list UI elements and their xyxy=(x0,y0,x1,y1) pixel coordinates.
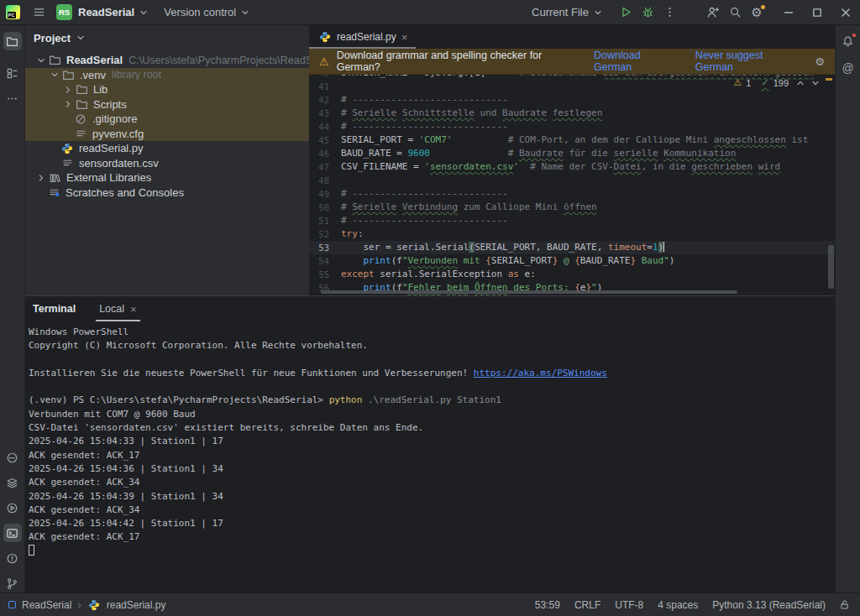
prev-problem-icon[interactable] xyxy=(796,79,805,87)
line-number: 49 xyxy=(309,187,341,201)
tree-item-external-libraries[interactable]: External Libraries xyxy=(25,170,309,185)
vcs-selector[interactable]: Version control xyxy=(164,6,252,18)
notifications-bell-icon[interactable] xyxy=(839,32,857,50)
terminal-line: Verbunden mit COM7 @ 9600 Baud xyxy=(29,408,835,421)
code-line-55[interactable]: 55except serial.SerialException as e: xyxy=(309,268,835,281)
tree-item-gitignore[interactable]: .gitignore xyxy=(25,112,309,127)
breadcrumb-project[interactable]: ReadSerial xyxy=(22,599,71,611)
more-tool-windows-icon[interactable] xyxy=(3,89,22,107)
settings-gear-icon[interactable]: ⚙ xyxy=(746,3,768,23)
code-viewport[interactable]: 40STATION_NAME = sys.argv[1] # Stationsn… xyxy=(309,75,835,295)
code-line-49[interactable]: 49# ---------------------------- xyxy=(309,187,835,201)
chevron-down-icon[interactable] xyxy=(49,69,60,81)
tab-close-icon[interactable]: × xyxy=(130,304,137,315)
tree-item-venv[interactable]: .venvlibrary root xyxy=(25,68,309,83)
project-panel-header[interactable]: Project xyxy=(25,25,309,50)
code-line-51[interactable]: 51# ---------------------------- xyxy=(309,214,835,227)
run-configuration-selector[interactable]: Current File xyxy=(532,6,605,18)
tab-readserial-py[interactable]: readSerial.py × xyxy=(309,25,416,49)
tree-item-label: sensordaten.csv xyxy=(79,157,159,170)
maximize-button[interactable] xyxy=(803,0,831,24)
code-line-52[interactable]: 52try: xyxy=(309,227,835,241)
terminal-output[interactable]: Windows PowerShellCopyright (C) Microsof… xyxy=(25,321,835,558)
code-line-50[interactable]: 50# Serielle Verbindung zum Calliope Min… xyxy=(309,201,835,214)
terminal-line: ACK gesendet: ACK_17 xyxy=(29,449,835,462)
ai-assistant-icon[interactable]: @ xyxy=(839,59,857,77)
terminal-line: ACK gesendet: ACK_34 xyxy=(29,504,835,517)
chevron-right-icon[interactable] xyxy=(62,84,73,96)
vertical-scrollbar[interactable] xyxy=(828,245,834,289)
terminal-line xyxy=(29,380,835,394)
typos-check-icon: ✓ xyxy=(761,77,768,88)
terminal-line: CSV-Datei 'sensordaten.csv' existiert be… xyxy=(29,421,835,435)
breadcrumb: ReadSerial › readSerial.py xyxy=(8,598,165,612)
status-item-3[interactable]: 4 spaces xyxy=(658,599,698,611)
chevron-right-icon[interactable] xyxy=(35,172,46,184)
more-actions-icon[interactable] xyxy=(658,3,680,23)
run-tool-icon[interactable] xyxy=(3,499,22,517)
code-line-43[interactable]: 43# Serielle Schnittstelle und Baudrate … xyxy=(309,107,835,120)
tree-item-readserial-py[interactable]: readSerial.py xyxy=(25,141,309,156)
inspections-widget[interactable]: ⚠ 1 ✓ 199 xyxy=(733,77,820,88)
code-line-46[interactable]: 46BAUD_RATE = 9600 # Baudrate für die se… xyxy=(309,147,835,160)
problems-icon[interactable] xyxy=(3,549,22,567)
line-number: 41 xyxy=(309,80,341,93)
terminal-tab-local[interactable]: Local × xyxy=(96,296,139,321)
main-menu-icon[interactable] xyxy=(28,3,50,23)
code-line-48[interactable]: 48 xyxy=(309,174,835,187)
tree-item-label: Scratches and Consoles xyxy=(66,186,184,199)
never-suggest-german-link[interactable]: Never suggest German xyxy=(695,50,798,73)
project-badge[interactable]: RS xyxy=(56,4,72,20)
status-item-0[interactable]: 53:59 xyxy=(535,599,560,611)
terminal-line: 2025-04-26 15:04:33 | Station1 | 17 xyxy=(29,435,835,448)
run-button[interactable] xyxy=(615,3,637,23)
next-problem-icon[interactable] xyxy=(811,79,820,87)
breadcrumb-file[interactable]: readSerial.py xyxy=(107,599,166,611)
debug-button[interactable] xyxy=(637,3,658,23)
project-selector[interactable]: ReadSerial xyxy=(78,6,150,18)
text-file-icon xyxy=(74,127,87,140)
search-everywhere-icon[interactable] xyxy=(724,3,746,23)
chevron-down-icon[interactable] xyxy=(35,55,46,66)
horizontal-scrollbar[interactable] xyxy=(321,290,737,294)
banner-settings-icon[interactable]: ⚙ xyxy=(815,55,825,68)
text-file-icon xyxy=(60,156,74,170)
version-control-icon[interactable] xyxy=(3,574,22,593)
tree-item-lib[interactable]: Lib xyxy=(25,82,309,97)
close-button[interactable] xyxy=(831,0,860,24)
project-tool-button[interactable] xyxy=(3,32,22,50)
status-item-4[interactable]: Python 3.13 (ReadSerial) xyxy=(712,599,826,611)
tree-item-sensordaten-csv[interactable]: sensordaten.csv xyxy=(25,156,309,171)
code-line-47[interactable]: 47CSV_FILENAME = 'sensordaten.csv' # Nam… xyxy=(309,160,835,174)
tree-item-pyvenv-cfg[interactable]: pyvenv.cfg xyxy=(25,127,309,142)
terminal-tool-button[interactable] xyxy=(3,524,22,542)
code-line-42[interactable]: 42# ---------------------------- xyxy=(309,93,835,107)
tree-item-scripts[interactable]: Scripts xyxy=(25,97,309,112)
spellcheck-banner: ⚠ Download grammar and spelling checker … xyxy=(309,49,835,75)
terminal-line: 2025-04-26 15:04:39 | Station1 | 34 xyxy=(29,490,835,504)
structure-icon[interactable] xyxy=(3,64,22,82)
python-console-icon[interactable] xyxy=(3,448,22,467)
minimize-button[interactable] xyxy=(774,0,803,24)
unlock-icon[interactable] xyxy=(839,599,850,610)
chevron-right-icon[interactable] xyxy=(62,98,73,110)
tree-item-scratches[interactable]: Scratches and Consoles xyxy=(25,185,309,201)
download-german-link[interactable]: Download German xyxy=(594,50,677,73)
code-line-45[interactable]: 45SERIAL_PORT = 'COM7' # COM-Port, an de… xyxy=(309,133,835,147)
add-user-icon[interactable] xyxy=(702,3,724,23)
status-bar: ReadSerial › readSerial.py 53:59CRLFUTF-… xyxy=(0,593,860,616)
status-item-2[interactable]: UTF-8 xyxy=(615,599,643,611)
terminal-title[interactable]: Terminal xyxy=(33,303,76,315)
breadcrumb-separator: › xyxy=(77,598,81,611)
terminal-line: 2025-04-26 15:04:36 | Station1 | 34 xyxy=(29,462,835,476)
python-file-icon xyxy=(318,30,332,44)
editor-area: readSerial.py × ⚠ Download grammar and s… xyxy=(309,25,835,295)
tab-close-icon[interactable]: × xyxy=(401,32,408,43)
left-tool-strip xyxy=(0,25,25,593)
services-icon[interactable] xyxy=(3,473,22,492)
code-line-54[interactable]: 54 print(f"Verbunden mit {SERIAL_PORT} @… xyxy=(309,254,835,268)
code-line-53[interactable]: 53 ser = serial.Serial(SERIAL_PORT, BAUD… xyxy=(309,241,835,254)
code-line-44[interactable]: 44# ---------------------------- xyxy=(309,120,835,133)
tree-item-readserial-root[interactable]: ReadSerialC:\Users\stefa\PycharmProjects… xyxy=(25,53,309,68)
status-item-1[interactable]: CRLF xyxy=(574,599,600,611)
